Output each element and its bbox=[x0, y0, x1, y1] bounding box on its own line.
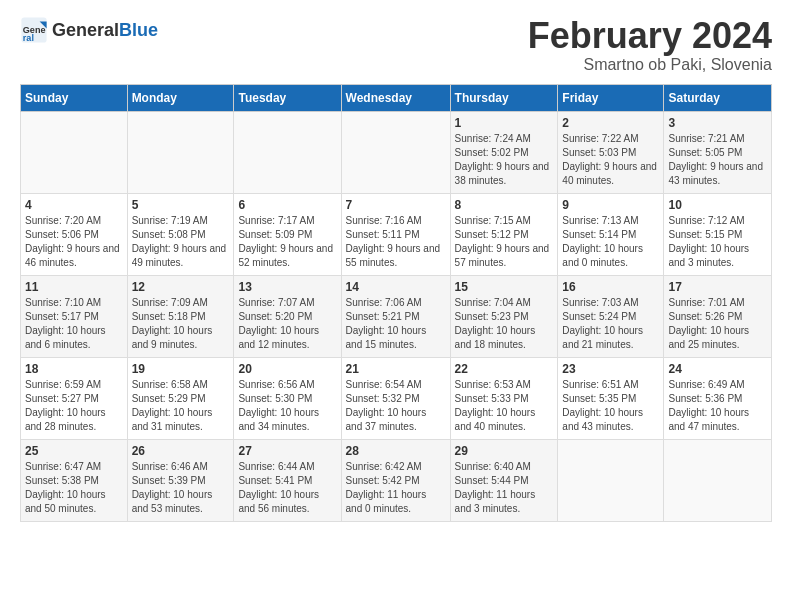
calendar-cell: 29Sunrise: 6:40 AM Sunset: 5:44 PM Dayli… bbox=[450, 439, 558, 521]
weekday-header: Saturday bbox=[664, 84, 772, 111]
day-number: 11 bbox=[25, 280, 123, 294]
day-number: 27 bbox=[238, 444, 336, 458]
calendar-cell: 6Sunrise: 7:17 AM Sunset: 5:09 PM Daylig… bbox=[234, 193, 341, 275]
day-number: 9 bbox=[562, 198, 659, 212]
day-info: Sunrise: 6:56 AM Sunset: 5:30 PM Dayligh… bbox=[238, 378, 336, 434]
calendar-cell bbox=[127, 111, 234, 193]
calendar-week-row: 25Sunrise: 6:47 AM Sunset: 5:38 PM Dayli… bbox=[21, 439, 772, 521]
day-number: 20 bbox=[238, 362, 336, 376]
calendar-cell: 12Sunrise: 7:09 AM Sunset: 5:18 PM Dayli… bbox=[127, 275, 234, 357]
day-info: Sunrise: 7:10 AM Sunset: 5:17 PM Dayligh… bbox=[25, 296, 123, 352]
day-number: 2 bbox=[562, 116, 659, 130]
day-info: Sunrise: 6:44 AM Sunset: 5:41 PM Dayligh… bbox=[238, 460, 336, 516]
calendar-cell: 11Sunrise: 7:10 AM Sunset: 5:17 PM Dayli… bbox=[21, 275, 128, 357]
day-info: Sunrise: 6:58 AM Sunset: 5:29 PM Dayligh… bbox=[132, 378, 230, 434]
calendar-cell bbox=[558, 439, 664, 521]
day-number: 29 bbox=[455, 444, 554, 458]
day-info: Sunrise: 6:53 AM Sunset: 5:33 PM Dayligh… bbox=[455, 378, 554, 434]
day-info: Sunrise: 6:49 AM Sunset: 5:36 PM Dayligh… bbox=[668, 378, 767, 434]
day-info: Sunrise: 6:54 AM Sunset: 5:32 PM Dayligh… bbox=[346, 378, 446, 434]
day-number: 7 bbox=[346, 198, 446, 212]
day-number: 6 bbox=[238, 198, 336, 212]
calendar-cell bbox=[664, 439, 772, 521]
calendar-cell: 13Sunrise: 7:07 AM Sunset: 5:20 PM Dayli… bbox=[234, 275, 341, 357]
calendar-cell: 21Sunrise: 6:54 AM Sunset: 5:32 PM Dayli… bbox=[341, 357, 450, 439]
weekday-header: Thursday bbox=[450, 84, 558, 111]
calendar-cell: 27Sunrise: 6:44 AM Sunset: 5:41 PM Dayli… bbox=[234, 439, 341, 521]
calendar-cell: 17Sunrise: 7:01 AM Sunset: 5:26 PM Dayli… bbox=[664, 275, 772, 357]
calendar-cell: 5Sunrise: 7:19 AM Sunset: 5:08 PM Daylig… bbox=[127, 193, 234, 275]
calendar-cell: 22Sunrise: 6:53 AM Sunset: 5:33 PM Dayli… bbox=[450, 357, 558, 439]
day-info: Sunrise: 6:42 AM Sunset: 5:42 PM Dayligh… bbox=[346, 460, 446, 516]
day-info: Sunrise: 6:40 AM Sunset: 5:44 PM Dayligh… bbox=[455, 460, 554, 516]
calendar-week-row: 4Sunrise: 7:20 AM Sunset: 5:06 PM Daylig… bbox=[21, 193, 772, 275]
calendar-cell: 9Sunrise: 7:13 AM Sunset: 5:14 PM Daylig… bbox=[558, 193, 664, 275]
calendar-cell: 24Sunrise: 6:49 AM Sunset: 5:36 PM Dayli… bbox=[664, 357, 772, 439]
svg-text:ral: ral bbox=[23, 33, 34, 43]
day-number: 24 bbox=[668, 362, 767, 376]
day-info: Sunrise: 7:16 AM Sunset: 5:11 PM Dayligh… bbox=[346, 214, 446, 270]
calendar-week-row: 1Sunrise: 7:24 AM Sunset: 5:02 PM Daylig… bbox=[21, 111, 772, 193]
day-info: Sunrise: 7:20 AM Sunset: 5:06 PM Dayligh… bbox=[25, 214, 123, 270]
weekday-header: Monday bbox=[127, 84, 234, 111]
calendar-cell: 23Sunrise: 6:51 AM Sunset: 5:35 PM Dayli… bbox=[558, 357, 664, 439]
day-info: Sunrise: 7:15 AM Sunset: 5:12 PM Dayligh… bbox=[455, 214, 554, 270]
calendar-cell: 3Sunrise: 7:21 AM Sunset: 5:05 PM Daylig… bbox=[664, 111, 772, 193]
day-info: Sunrise: 7:13 AM Sunset: 5:14 PM Dayligh… bbox=[562, 214, 659, 270]
day-number: 25 bbox=[25, 444, 123, 458]
day-number: 26 bbox=[132, 444, 230, 458]
calendar-cell: 18Sunrise: 6:59 AM Sunset: 5:27 PM Dayli… bbox=[21, 357, 128, 439]
header-row: SundayMondayTuesdayWednesdayThursdayFrid… bbox=[21, 84, 772, 111]
calendar-cell: 16Sunrise: 7:03 AM Sunset: 5:24 PM Dayli… bbox=[558, 275, 664, 357]
calendar-week-row: 11Sunrise: 7:10 AM Sunset: 5:17 PM Dayli… bbox=[21, 275, 772, 357]
weekday-header: Sunday bbox=[21, 84, 128, 111]
day-number: 12 bbox=[132, 280, 230, 294]
calendar-cell: 1Sunrise: 7:24 AM Sunset: 5:02 PM Daylig… bbox=[450, 111, 558, 193]
day-number: 13 bbox=[238, 280, 336, 294]
day-number: 4 bbox=[25, 198, 123, 212]
day-number: 21 bbox=[346, 362, 446, 376]
logo-text: GeneralBlue bbox=[52, 20, 158, 41]
calendar-table: SundayMondayTuesdayWednesdayThursdayFrid… bbox=[20, 84, 772, 522]
day-info: Sunrise: 7:17 AM Sunset: 5:09 PM Dayligh… bbox=[238, 214, 336, 270]
day-info: Sunrise: 6:47 AM Sunset: 5:38 PM Dayligh… bbox=[25, 460, 123, 516]
calendar-cell bbox=[234, 111, 341, 193]
day-info: Sunrise: 7:21 AM Sunset: 5:05 PM Dayligh… bbox=[668, 132, 767, 188]
calendar-cell: 10Sunrise: 7:12 AM Sunset: 5:15 PM Dayli… bbox=[664, 193, 772, 275]
logo: Gene ral GeneralBlue bbox=[20, 16, 158, 44]
day-number: 17 bbox=[668, 280, 767, 294]
calendar-cell: 8Sunrise: 7:15 AM Sunset: 5:12 PM Daylig… bbox=[450, 193, 558, 275]
day-number: 10 bbox=[668, 198, 767, 212]
day-info: Sunrise: 7:04 AM Sunset: 5:23 PM Dayligh… bbox=[455, 296, 554, 352]
day-info: Sunrise: 6:51 AM Sunset: 5:35 PM Dayligh… bbox=[562, 378, 659, 434]
month-title: February 2024 bbox=[528, 16, 772, 56]
day-number: 5 bbox=[132, 198, 230, 212]
day-number: 15 bbox=[455, 280, 554, 294]
calendar-cell: 4Sunrise: 7:20 AM Sunset: 5:06 PM Daylig… bbox=[21, 193, 128, 275]
day-info: Sunrise: 6:59 AM Sunset: 5:27 PM Dayligh… bbox=[25, 378, 123, 434]
day-info: Sunrise: 7:12 AM Sunset: 5:15 PM Dayligh… bbox=[668, 214, 767, 270]
day-number: 19 bbox=[132, 362, 230, 376]
day-info: Sunrise: 7:09 AM Sunset: 5:18 PM Dayligh… bbox=[132, 296, 230, 352]
calendar-cell: 19Sunrise: 6:58 AM Sunset: 5:29 PM Dayli… bbox=[127, 357, 234, 439]
calendar-cell bbox=[341, 111, 450, 193]
title-area: February 2024 Smartno ob Paki, Slovenia bbox=[528, 16, 772, 74]
weekday-header: Tuesday bbox=[234, 84, 341, 111]
day-number: 1 bbox=[455, 116, 554, 130]
calendar-cell: 25Sunrise: 6:47 AM Sunset: 5:38 PM Dayli… bbox=[21, 439, 128, 521]
calendar-cell: 26Sunrise: 6:46 AM Sunset: 5:39 PM Dayli… bbox=[127, 439, 234, 521]
day-info: Sunrise: 7:07 AM Sunset: 5:20 PM Dayligh… bbox=[238, 296, 336, 352]
day-number: 8 bbox=[455, 198, 554, 212]
header: Gene ral GeneralBlue February 2024 Smart… bbox=[20, 16, 772, 74]
day-number: 3 bbox=[668, 116, 767, 130]
weekday-header: Friday bbox=[558, 84, 664, 111]
weekday-header: Wednesday bbox=[341, 84, 450, 111]
day-number: 23 bbox=[562, 362, 659, 376]
calendar-cell: 20Sunrise: 6:56 AM Sunset: 5:30 PM Dayli… bbox=[234, 357, 341, 439]
day-number: 16 bbox=[562, 280, 659, 294]
day-info: Sunrise: 7:06 AM Sunset: 5:21 PM Dayligh… bbox=[346, 296, 446, 352]
calendar-cell: 2Sunrise: 7:22 AM Sunset: 5:03 PM Daylig… bbox=[558, 111, 664, 193]
logo-blue: Blue bbox=[119, 20, 158, 40]
day-info: Sunrise: 6:46 AM Sunset: 5:39 PM Dayligh… bbox=[132, 460, 230, 516]
calendar-week-row: 18Sunrise: 6:59 AM Sunset: 5:27 PM Dayli… bbox=[21, 357, 772, 439]
